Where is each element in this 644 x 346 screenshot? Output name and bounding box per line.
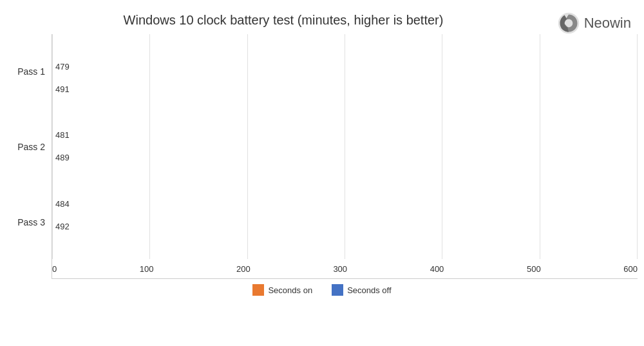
- y-label-pass2: Pass 2: [6, 142, 52, 152]
- pass3-bar-group: 484 492: [52, 193, 638, 236]
- pass2-blue-label: 489: [55, 153, 70, 162]
- x-label-100: 100: [140, 264, 154, 274]
- y-axis-labels: Pass 1 Pass 2 Pass 3: [6, 34, 52, 279]
- legend-seconds-on-label: Seconds on: [268, 285, 312, 295]
- x-axis-labels: 0 100 200 300 400 500 600: [52, 259, 638, 278]
- pass1-blue-wrapper: 491: [52, 79, 70, 100]
- pass3-blue-wrapper: 492: [52, 216, 70, 236]
- pass3-orange-label: 484: [55, 199, 70, 209]
- x-label-600: 600: [623, 264, 638, 274]
- chart-container: Windows 10 clock battery test (minutes, …: [0, 0, 644, 346]
- pass1-bar-group: 479 491: [52, 57, 638, 100]
- pass1-blue-label: 491: [55, 84, 70, 94]
- pass1-orange-wrapper: 479: [52, 57, 70, 77]
- legend-orange-color: [252, 284, 264, 296]
- pass3-orange-wrapper: 484: [52, 193, 70, 214]
- legend-seconds-off: Seconds off: [332, 284, 391, 296]
- legend-seconds-off-label: Seconds off: [347, 285, 391, 295]
- pass1-orange-label: 479: [55, 62, 70, 72]
- chart-area: Pass 1 Pass 2 Pass 3: [6, 34, 638, 279]
- plot-area: 479 491 481 489: [52, 34, 638, 279]
- legend: Seconds on Seconds off: [6, 284, 638, 296]
- chart-title: Windows 10 clock battery test (minutes, …: [6, 13, 638, 28]
- neowin-icon: [557, 12, 580, 35]
- legend-blue-color: [332, 284, 343, 296]
- pass2-orange-wrapper: 481: [52, 125, 70, 146]
- x-label-500: 500: [527, 264, 541, 274]
- x-label-0: 0: [52, 264, 57, 274]
- x-label-200: 200: [236, 264, 251, 274]
- pass3-blue-label: 492: [55, 222, 70, 231]
- x-label-300: 300: [333, 264, 347, 274]
- pass2-blue-wrapper: 489: [52, 148, 70, 168]
- bars-container: 479 491 481 489: [52, 34, 638, 259]
- neowin-text: Neowin: [584, 15, 631, 32]
- x-label-400: 400: [430, 264, 444, 274]
- pass2-orange-label: 481: [55, 130, 70, 140]
- legend-seconds-on: Seconds on: [252, 284, 312, 296]
- pass2-bar-group: 481 489: [52, 125, 638, 168]
- neowin-logo: Neowin: [557, 12, 631, 35]
- y-label-pass1: Pass 1: [6, 66, 52, 77]
- y-label-pass3: Pass 3: [6, 217, 52, 227]
